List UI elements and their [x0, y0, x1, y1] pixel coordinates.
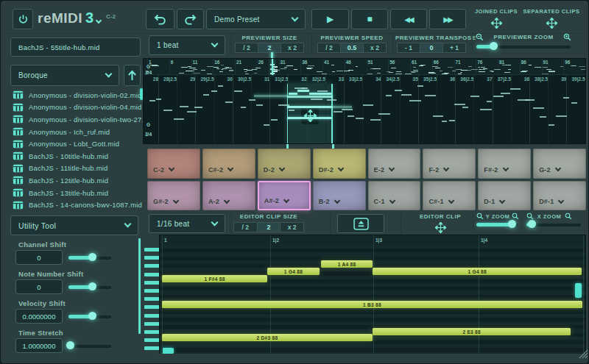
chord-pad-G-2[interactable]: G-2: [533, 149, 586, 179]
file-list-item[interactable]: BachJS - 11title-hub.mid: [7, 163, 144, 175]
chevron-down-icon[interactable]: [499, 197, 505, 203]
chord-pad-D-2[interactable]: D-2: [258, 149, 311, 179]
chord-pad-G#-2[interactable]: G#-2: [147, 181, 200, 211]
slider-knob[interactable]: [88, 312, 96, 320]
slider-knob[interactable]: [88, 253, 96, 261]
zoom-in-icon[interactable]: [512, 213, 519, 220]
param-slider[interactable]: [68, 254, 111, 262]
chevron-down-icon[interactable]: [338, 165, 344, 171]
editor-beat-dropdown[interactable]: 1/16 beat: [149, 214, 225, 233]
file-list-item[interactable]: Anonymous - division-violin-04.mid: [7, 101, 144, 114]
previewer-transpose-value[interactable]: 0: [420, 43, 443, 53]
editor-v-scrollbar[interactable]: [575, 283, 582, 298]
chevron-down-icon[interactable]: [448, 197, 454, 203]
midi-note[interactable]: 2 E3 88: [373, 328, 571, 335]
eject-clip-button[interactable]: [337, 214, 384, 233]
editor-clip-drag-handle[interactable]: [434, 221, 446, 233]
joined-clips-drag-handle[interactable]: [490, 17, 502, 29]
chord-pad-F-2[interactable]: F-2: [423, 149, 476, 179]
minimap-playhead[interactable]: [272, 59, 273, 75]
clip-drag-handle[interactable]: [301, 107, 319, 124]
param-value-field[interactable]: 1.0000000: [15, 338, 63, 353]
chevron-down-icon[interactable]: [228, 165, 233, 171]
chevron-down-icon[interactable]: [334, 197, 339, 203]
separated-clips-drag-handle[interactable]: [546, 17, 557, 29]
app-logo[interactable]: reMIDI 3: [38, 10, 101, 26]
chord-pad-A#-2[interactable]: A#-2: [258, 181, 311, 211]
previewer-minimap[interactable]: 1611162126313641465156616671768186919610…: [144, 59, 586, 75]
chevron-down-icon[interactable]: [173, 197, 179, 203]
piano-key[interactable]: [144, 264, 160, 268]
slider-knob[interactable]: [88, 282, 96, 290]
midi-note[interactable]: 1 G4 88: [267, 268, 320, 275]
zoom-out-icon[interactable]: [476, 213, 484, 220]
previewer-timeline[interactable]: 2828|2.52929|2.53030|2.53131|2.53232|2.5…: [144, 75, 586, 84]
chevron-down-icon[interactable]: [279, 165, 285, 171]
zoom-in-icon[interactable]: [565, 213, 572, 220]
previewer-panel[interactable]: 1611162126313641465156616671768186919610…: [143, 58, 586, 144]
chord-pad-F#-2[interactable]: F#-2: [478, 149, 531, 179]
piano-key[interactable]: [144, 289, 160, 293]
rewind-button[interactable]: ◀◀: [390, 9, 427, 29]
piano-key[interactable]: [144, 314, 160, 318]
previewer-transpose-up-button[interactable]: + 1: [442, 43, 466, 53]
chord-pad-C#-1[interactable]: C#-1: [423, 181, 476, 211]
playhead-marker[interactable]: [271, 52, 273, 58]
piano-key[interactable]: [144, 273, 160, 276]
chord-pad-D#-1[interactable]: D#-1: [533, 181, 586, 211]
chevron-down-icon[interactable]: [283, 196, 289, 202]
midi-note[interactable]: 1 F#4 88: [162, 275, 267, 282]
category-dropdown[interactable]: Boroque: [10, 65, 119, 86]
midi-note[interactable]: 2 D#3 88: [162, 334, 373, 341]
x-zoom-slider[interactable]: [526, 221, 581, 229]
piano-key[interactable]: [144, 330, 160, 334]
chord-pad-C-2[interactable]: C-2: [147, 149, 200, 179]
file-list-item[interactable]: Anonymous - Ich_ruf.mid: [7, 126, 144, 138]
redo-button[interactable]: [177, 9, 204, 29]
fast-forward-button[interactable]: ▶▶: [429, 9, 466, 29]
y-zoom-slider[interactable]: [476, 221, 518, 229]
slider-knob[interactable]: [66, 341, 74, 349]
piano-key[interactable]: [144, 338, 160, 342]
previewer-speed-halve-button[interactable]: / 2: [317, 43, 341, 53]
undo-button[interactable]: [146, 9, 174, 29]
midi-note[interactable]: 1 G4 88: [373, 268, 582, 275]
previewer-size-double-button[interactable]: x 2: [281, 43, 304, 53]
file-list-item[interactable]: BachJS - 12title-hub.mid: [7, 174, 144, 187]
preset-dropdown[interactable]: Demo Preset: [206, 9, 306, 29]
editor-clip-double-button[interactable]: x 2: [280, 222, 304, 232]
piano-key[interactable]: [144, 256, 160, 260]
folder-up-button[interactable]: [124, 65, 141, 86]
file-list-item[interactable]: BachJS - 10title-hub.mid: [7, 150, 144, 163]
file-list-item[interactable]: Anonymous - division-violin-02.mid: [7, 89, 144, 101]
piano-key[interactable]: [144, 305, 160, 309]
resize-grip-icon[interactable]: [576, 347, 588, 362]
previewer-note-area[interactable]: [144, 84, 586, 144]
previewer-transpose-down-button[interactable]: - 1: [397, 43, 420, 53]
editor-grid[interactable]: 11|21|31|4 1 A4 881 G4 881 G4 881 F#4 88…: [159, 235, 586, 354]
zoom-out-icon[interactable]: [526, 213, 534, 220]
midi-note[interactable]: 1 A4 88: [321, 260, 373, 268]
chevron-down-icon[interactable]: [558, 197, 564, 203]
piano-key[interactable]: [144, 346, 160, 350]
previewer-size-value[interactable]: 2: [258, 43, 281, 53]
chevron-down-icon[interactable]: [224, 197, 230, 203]
previewer-zoom-slider[interactable]: [476, 43, 571, 51]
play-button[interactable]: ▶: [311, 9, 349, 29]
piano-key[interactable]: [144, 322, 160, 326]
previewer-speed-value[interactable]: 0.5: [340, 43, 364, 53]
midi-note[interactable]: 1 B3 88: [162, 301, 582, 308]
piano-key[interactable]: [144, 281, 160, 285]
previewer-size-halve-button[interactable]: / 2: [235, 43, 258, 53]
chord-pad-C-1[interactable]: C-1: [368, 181, 421, 211]
editor-h-scrollbar[interactable]: [162, 348, 174, 354]
chord-pad-A-2[interactable]: A-2: [202, 181, 255, 211]
editor-piano-keys[interactable]: [137, 235, 159, 354]
param-value-field[interactable]: 0: [15, 250, 63, 265]
file-list-item[interactable]: BachJS - 13title-hub.mid: [7, 187, 144, 199]
chevron-down-icon[interactable]: [389, 197, 395, 203]
param-slider[interactable]: [68, 342, 111, 350]
editor-clip-halve-button[interactable]: / 2: [233, 222, 258, 232]
chevron-down-icon[interactable]: [554, 165, 560, 171]
piano-key[interactable]: [144, 248, 160, 251]
